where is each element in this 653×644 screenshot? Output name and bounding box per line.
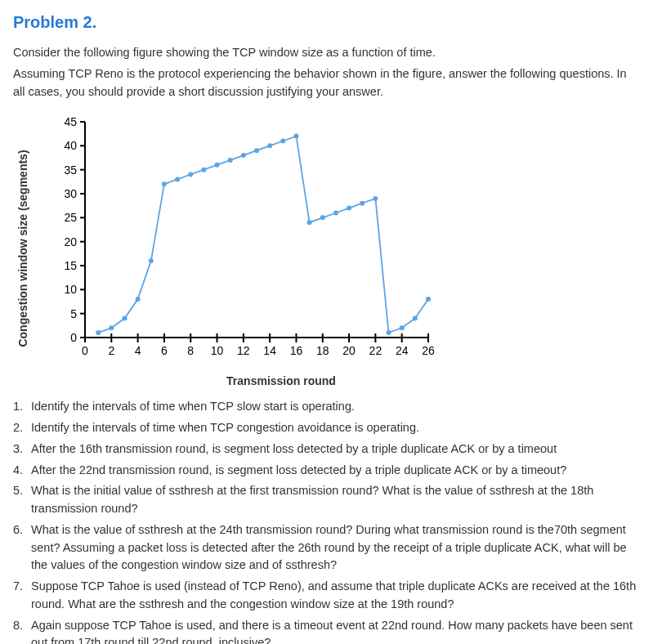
svg-text:45: 45	[64, 115, 77, 128]
svg-text:12: 12	[237, 344, 250, 357]
svg-text:0: 0	[70, 331, 77, 344]
svg-point-80	[333, 211, 338, 216]
svg-text:0: 0	[82, 344, 88, 357]
svg-text:20: 20	[342, 344, 356, 357]
svg-text:18: 18	[316, 344, 329, 357]
svg-text:6: 6	[161, 344, 168, 357]
svg-point-75	[267, 144, 272, 149]
svg-point-70	[201, 168, 206, 172]
question-item: Suppose TCP Tahoe is used (instead of TC…	[13, 578, 640, 614]
intro-block: Consider the following figure showing th…	[13, 44, 640, 101]
svg-point-68	[175, 177, 180, 182]
svg-text:20: 20	[64, 235, 77, 248]
svg-point-73	[241, 153, 246, 158]
question-item: What is the value of ssthresh at the 24t…	[13, 521, 640, 575]
question-item: Identify the intervals of time when TCP …	[13, 398, 640, 416]
svg-point-71	[215, 163, 220, 168]
svg-point-82	[360, 201, 365, 206]
tcp-cwnd-chart: 0510152025303540450246810121416182022242…	[46, 114, 438, 367]
svg-text:5: 5	[70, 307, 77, 320]
svg-point-63	[109, 326, 114, 331]
chart-container: Congestion window size (segments) 051015…	[46, 114, 438, 383]
svg-text:22: 22	[369, 344, 382, 357]
svg-text:24: 24	[396, 344, 409, 357]
problem-title: Problem 2.	[13, 10, 640, 34]
question-list: Identify the intervals of time when TCP …	[13, 398, 640, 644]
svg-point-81	[347, 206, 351, 211]
svg-point-85	[400, 326, 405, 331]
svg-text:4: 4	[135, 344, 141, 357]
svg-text:40: 40	[64, 140, 77, 153]
svg-point-72	[228, 158, 233, 163]
svg-point-78	[307, 220, 312, 225]
intro-line-2: Assuming TCP Reno is the protocol experi…	[13, 65, 640, 101]
svg-point-87	[426, 297, 431, 302]
svg-point-69	[188, 172, 193, 177]
svg-text:26: 26	[422, 344, 435, 357]
svg-point-77	[294, 134, 299, 139]
x-axis-label: Transmission round	[226, 373, 336, 390]
svg-text:30: 30	[64, 187, 77, 200]
svg-text:10: 10	[64, 284, 77, 297]
svg-point-62	[96, 330, 101, 335]
svg-text:2: 2	[108, 344, 114, 357]
svg-text:8: 8	[187, 344, 194, 357]
svg-text:14: 14	[263, 344, 276, 357]
svg-point-74	[254, 148, 259, 153]
question-item: Identify the intervals of time when TCP …	[13, 419, 640, 437]
svg-point-65	[136, 297, 141, 302]
y-axis-label: Congestion window size (segments)	[15, 150, 32, 347]
svg-point-84	[387, 330, 391, 335]
svg-point-86	[413, 316, 418, 321]
svg-text:16: 16	[290, 344, 303, 357]
svg-point-67	[162, 182, 167, 187]
question-item: After the 22nd transmission round, is se…	[13, 462, 640, 480]
svg-point-64	[123, 316, 127, 321]
svg-text:10: 10	[211, 344, 224, 357]
question-item: What is the initial value of ssthresh at…	[13, 482, 640, 518]
svg-point-76	[280, 139, 285, 144]
svg-point-79	[320, 216, 325, 221]
question-item: After the 16th transmission round, is se…	[13, 441, 640, 458]
svg-point-83	[373, 196, 378, 201]
svg-text:35: 35	[64, 163, 77, 177]
intro-line-1: Consider the following figure showing th…	[13, 44, 640, 62]
svg-point-66	[149, 258, 154, 263]
question-item: Again suppose TCP Tahoe is used, and the…	[13, 617, 640, 645]
svg-text:15: 15	[64, 259, 77, 272]
svg-text:25: 25	[64, 212, 77, 225]
